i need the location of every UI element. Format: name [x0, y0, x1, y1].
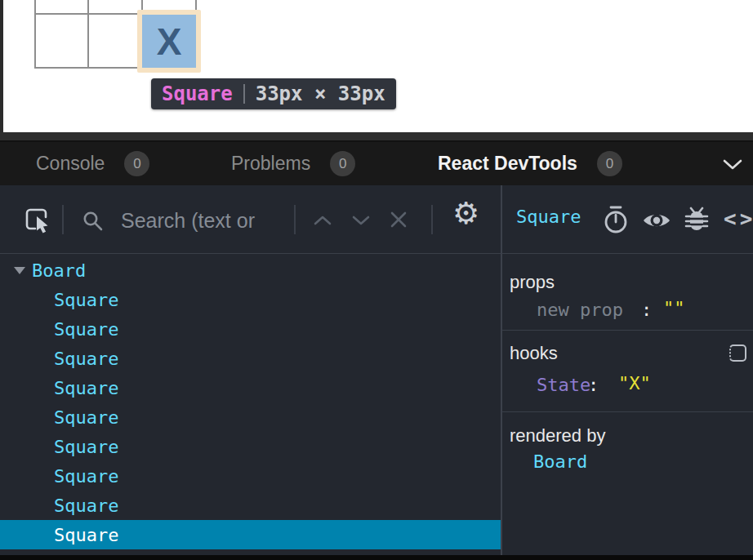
suspense-stopwatch-icon[interactable]	[603, 205, 629, 234]
tab-problems[interactable]: Problems 0	[231, 142, 355, 185]
inspect-dom-eye-icon[interactable]	[642, 211, 671, 230]
clear-search-icon[interactable]	[389, 210, 408, 229]
inspect-element-icon[interactable]	[23, 205, 52, 234]
search-input[interactable]	[119, 202, 291, 239]
prop-colon: :	[641, 300, 652, 320]
search-icon	[82, 210, 104, 232]
inspected-page: X Square 33px × 33px	[0, 0, 753, 132]
component-tree: Board Square Square Square Square Square…	[0, 256, 501, 549]
devtools-window: X Square 33px × 33px Console 0 Problems …	[0, 0, 753, 560]
owner-link-board[interactable]: Board	[533, 451, 587, 472]
window-edge	[0, 0, 3, 132]
rendered-by-header: rendered by	[510, 425, 605, 447]
tab-react-devtools[interactable]: React DevTools 0	[438, 142, 622, 185]
tree-item-square[interactable]: Square	[0, 314, 501, 344]
toolbar-divider	[62, 205, 64, 234]
toolbar-divider	[431, 205, 433, 234]
inspect-tooltip: Square 33px × 33px	[151, 78, 396, 109]
hook-colon: :	[588, 375, 599, 395]
tree-item-square[interactable]: Square	[0, 461, 501, 491]
tab-react-devtools-label: React DevTools	[438, 153, 577, 175]
props-section: props new prop : ""	[501, 254, 753, 331]
inspect-highlight-content[interactable]: X	[142, 15, 196, 68]
tab-console-label: Console	[36, 153, 105, 175]
toolbar-divider	[294, 205, 296, 234]
tree-item-label: Square	[54, 525, 118, 545]
tree-item-label: Square	[54, 349, 118, 369]
hooks-section: hooks State : "X"	[501, 331, 753, 412]
tree-item-square[interactable]: Square	[0, 520, 501, 549]
hooks-header: hooks	[510, 343, 558, 364]
inspector-header: Square	[501, 185, 753, 254]
log-bug-icon[interactable]	[684, 205, 709, 233]
tree-item-square[interactable]: Square	[0, 373, 501, 402]
tree-item-square[interactable]: Square	[0, 344, 501, 373]
devtools-top-band	[0, 132, 753, 140]
tree-item-label: Square	[54, 437, 118, 457]
tree-item-label: Square	[54, 290, 118, 310]
chevron-down-icon[interactable]	[722, 158, 743, 171]
props-header: props	[510, 272, 555, 293]
components-toolbar: ⚙	[0, 185, 501, 254]
window-bottom-edge	[0, 555, 753, 560]
tooltip-component-name: Square	[162, 82, 233, 105]
tab-console-badge: 0	[124, 151, 149, 176]
tab-react-devtools-badge: 0	[597, 151, 622, 176]
gear-icon[interactable]: ⚙	[452, 198, 479, 229]
tab-console[interactable]: Console 0	[36, 142, 149, 185]
next-result-icon[interactable]	[351, 215, 371, 226]
hook-state-label: State	[537, 375, 590, 395]
tree-item-square[interactable]: Square	[0, 491, 501, 520]
selected-component-title: Square	[516, 207, 581, 227]
rendered-by-section: rendered by Board	[501, 412, 753, 554]
board-grid-line	[87, 0, 89, 69]
new-prop-field[interactable]: new prop	[537, 300, 623, 320]
new-prop-value-field[interactable]: ""	[663, 298, 685, 318]
tree-item-square[interactable]: Square	[0, 402, 501, 432]
tree-item-label: Square	[54, 319, 118, 340]
tab-problems-badge: 0	[330, 151, 355, 176]
tree-item-label: Square	[54, 407, 118, 428]
tree-item-label: Square	[54, 496, 118, 516]
tab-problems-label: Problems	[231, 153, 310, 175]
tree-item-label: Square	[54, 466, 118, 487]
square-cell-value: X	[157, 23, 182, 60]
tree-item-label: Board	[32, 260, 86, 281]
parse-hook-names-icon[interactable]	[729, 344, 746, 362]
tree-item-board[interactable]: Board	[0, 256, 501, 285]
tree-item-square[interactable]: Square	[0, 432, 501, 461]
devtools-tab-bar: Console 0 Problems 0 React DevTools 0	[0, 140, 753, 185]
tooltip-separator	[243, 84, 245, 104]
board-grid-line	[34, 0, 36, 69]
tree-item-label: Square	[54, 378, 118, 398]
react-devtools-panel: ⚙ Square	[0, 185, 753, 555]
tooltip-dimensions: 33px × 33px	[256, 82, 385, 105]
inspector-sections: props new prop : "" hooks State : "X" re…	[501, 254, 753, 554]
tree-item-square[interactable]: Square	[0, 285, 501, 314]
view-source-code-icon[interactable]: <>	[724, 207, 753, 231]
expand-triangle-icon[interactable]	[14, 267, 25, 274]
tree-children: Square Square Square Square Square Squar…	[0, 285, 501, 549]
previous-result-icon[interactable]	[313, 215, 332, 226]
hook-state-value[interactable]: "X"	[618, 373, 651, 393]
